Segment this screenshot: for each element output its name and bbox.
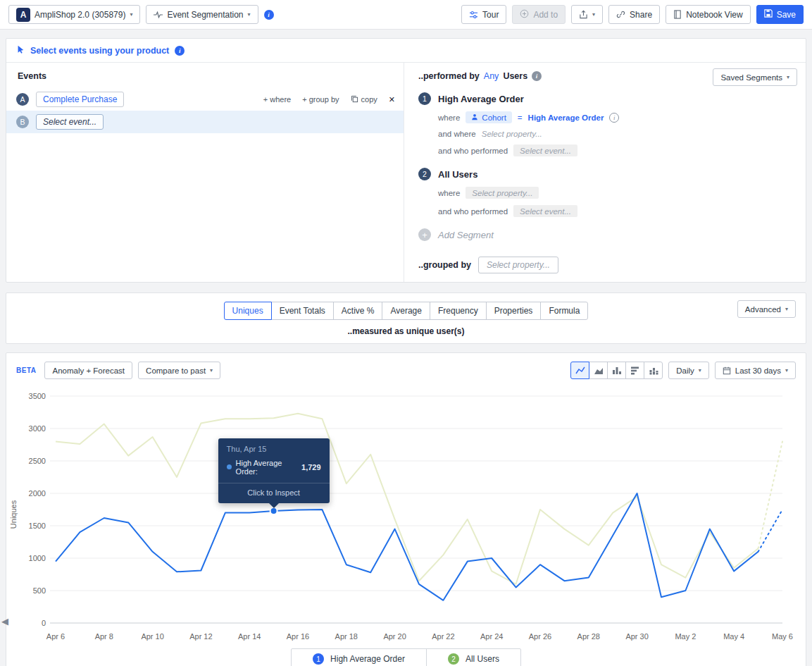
tab-active-pct[interactable]: Active %: [333, 302, 383, 320]
tour-button[interactable]: Tour: [461, 5, 506, 24]
saved-segments-button[interactable]: Saved Segments ▾: [713, 68, 797, 86]
info-icon[interactable]: i: [175, 46, 185, 56]
tour-label: Tour: [482, 10, 499, 20]
link-icon: [616, 10, 625, 19]
performed-by-any-selector[interactable]: Any: [484, 71, 499, 81]
advanced-button[interactable]: Advanced ▾: [737, 300, 796, 318]
line-chart-icon[interactable]: [570, 362, 589, 379]
person-icon: [471, 113, 478, 122]
tab-event-totals[interactable]: Event Totals: [271, 302, 334, 320]
svg-text:Apr 14: Apr 14: [238, 632, 261, 641]
chevron-down-icon: ▾: [130, 12, 132, 18]
add-segment-button[interactable]: + Add Segment: [418, 228, 796, 241]
event-row-a: A Complete Purchase + where + group by c…: [6, 88, 404, 111]
event-badge-a: A: [16, 93, 29, 106]
copy-icon: [351, 95, 358, 104]
anomaly-forecast-button[interactable]: Anomaly + Forecast: [44, 362, 132, 379]
tab-properties[interactable]: Properties: [486, 302, 542, 320]
analysis-type-selector[interactable]: Event Segmentation ▾: [146, 5, 258, 24]
collapse-panel-arrow[interactable]: ◀: [1, 616, 8, 627]
segments-panel: ..performed by Any Users i Saved Segment…: [404, 63, 806, 282]
project-selector[interactable]: A AmpliShop 2.0 (305879) ▾: [8, 5, 140, 24]
tab-formula[interactable]: Formula: [540, 302, 588, 320]
info-icon[interactable]: i: [609, 113, 619, 123]
date-range-selector[interactable]: Last 30 days ▾: [715, 362, 796, 379]
chart-area[interactable]: 0500100015002000250030003500Apr 6Apr 8Ap…: [6, 383, 806, 646]
notebook-view-button[interactable]: Notebook View: [666, 5, 751, 24]
stacked-bar-chart-icon[interactable]: [644, 362, 663, 379]
info-icon[interactable]: i: [532, 71, 542, 81]
share-button[interactable]: Share: [608, 5, 660, 24]
chart-toolbar: BETA Anomaly + Forecast Compare to past …: [6, 362, 806, 379]
event-select-complete-purchase[interactable]: Complete Purchase: [36, 92, 124, 107]
measure-tabs: Uniques Event Totals Active % Average Fr…: [224, 302, 589, 320]
line-chart[interactable]: 0500100015002000250030003500Apr 6Apr 8Ap…: [6, 383, 806, 646]
tab-average[interactable]: Average: [382, 302, 430, 320]
chevron-down-icon: ▾: [785, 368, 788, 374]
grouped-by-property-selector[interactable]: Select property...: [478, 257, 558, 273]
bar-chart-icon[interactable]: [607, 362, 626, 379]
close-icon[interactable]: ✕: [389, 95, 395, 104]
cohort-property-pill[interactable]: Cohort: [466, 111, 512, 123]
segment-1-name[interactable]: High Average Order: [438, 94, 524, 104]
chart-type-switcher: [570, 362, 663, 379]
area-chart-icon[interactable]: [589, 362, 608, 379]
select-property-placeholder[interactable]: Select property...: [466, 187, 539, 199]
tooltip-inspect-action[interactable]: Click to Inspect: [218, 483, 330, 503]
save-button[interactable]: Save: [756, 5, 804, 24]
share-label: Share: [630, 10, 652, 20]
legend-item-high-average-order[interactable]: 1 High Average Order: [292, 649, 426, 666]
add-to-label: Add to: [533, 10, 558, 20]
segment-2-name[interactable]: All Users: [438, 169, 477, 180]
interval-selector[interactable]: Daily ▾: [668, 362, 709, 379]
svg-text:Uniques: Uniques: [9, 500, 18, 529]
chart-legend: 1 High Average Order 2 All Users: [291, 648, 521, 666]
beta-badge: BETA: [16, 366, 36, 374]
events-panel: Events A Complete Purchase + where + gro…: [6, 63, 404, 282]
event-row-b[interactable]: B Select event...: [6, 111, 404, 133]
tooltip-date: Thu, Apr 15: [218, 438, 330, 453]
add-to-button[interactable]: Add to: [512, 5, 566, 24]
export-button[interactable]: ▾: [571, 5, 603, 24]
legend-item-all-users[interactable]: 2 All Users: [426, 649, 520, 666]
svg-text:500: 500: [33, 586, 46, 595]
who-performed-label: and who performed: [438, 147, 508, 155]
select-event-placeholder[interactable]: Select event...: [513, 205, 577, 217]
operator-equals[interactable]: =: [518, 113, 523, 122]
compare-to-past-button[interactable]: Compare to past ▾: [138, 362, 220, 379]
measured-as-label: ..measured as unique user(s): [6, 326, 806, 336]
copy-event-button[interactable]: copy: [351, 95, 377, 104]
event-select-placeholder[interactable]: Select event...: [36, 114, 104, 130]
svg-text:Apr 20: Apr 20: [383, 632, 406, 641]
svg-text:Apr 22: Apr 22: [432, 632, 454, 641]
tab-frequency[interactable]: Frequency: [430, 302, 487, 320]
select-property-placeholder[interactable]: Select property...: [482, 130, 542, 138]
notebook-icon: [673, 10, 682, 19]
svg-text:1500: 1500: [29, 522, 46, 530]
horizontal-bar-chart-icon[interactable]: [625, 362, 644, 379]
chevron-down-icon: ▾: [787, 75, 789, 80]
events-card-header: Select events using your product i: [6, 39, 806, 63]
add-where-filter-button[interactable]: + where: [263, 95, 291, 104]
notebook-view-label: Notebook View: [686, 10, 743, 20]
tab-uniques[interactable]: Uniques: [224, 302, 272, 320]
top-navbar: A AmpliShop 2.0 (305879) ▾ Event Segment…: [0, 0, 812, 30]
sliders-icon: [469, 11, 478, 19]
select-event-placeholder[interactable]: Select event...: [513, 144, 577, 156]
pointer-icon: [16, 45, 25, 56]
cohort-value-selector[interactable]: High Average Order: [528, 113, 604, 122]
add-segment-label: Add Segment: [438, 230, 494, 240]
add-group-by-button[interactable]: + group by: [302, 95, 339, 104]
performed-by-users-label: Users: [503, 71, 527, 81]
events-label: Events: [6, 71, 404, 88]
svg-text:3000: 3000: [29, 424, 46, 433]
svg-text:Apr 6: Apr 6: [46, 632, 65, 641]
project-name: AmpliShop 2.0 (305879): [35, 10, 125, 20]
svg-text:Apr 28: Apr 28: [577, 632, 600, 641]
svg-text:2000: 2000: [29, 489, 46, 498]
info-icon[interactable]: i: [264, 10, 274, 20]
chart-tooltip[interactable]: Thu, Apr 15 High Average Order: 1,729 Cl…: [218, 438, 330, 503]
legend-badge-2: 2: [448, 653, 459, 665]
svg-text:Apr 26: Apr 26: [529, 632, 551, 641]
where-label: where: [438, 113, 460, 122]
